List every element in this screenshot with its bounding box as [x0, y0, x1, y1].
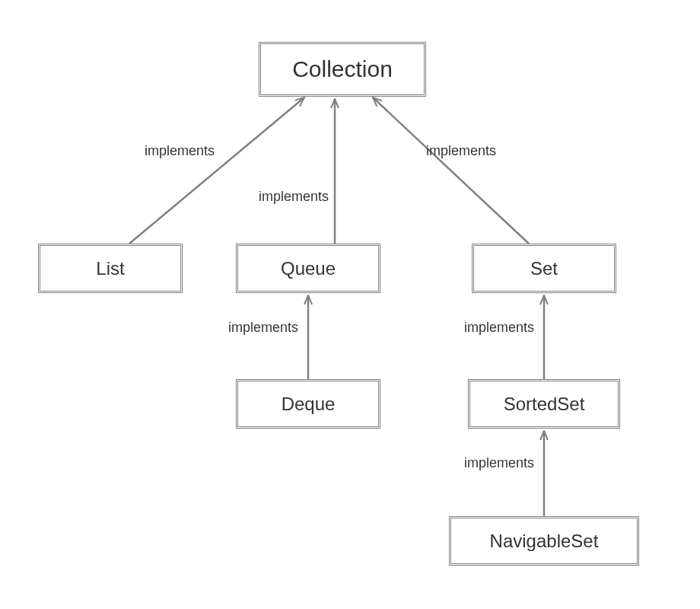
node-set: Set [472, 244, 616, 293]
node-label: Collection [292, 56, 393, 82]
node-label: Deque [282, 394, 336, 415]
edge-label-deque-queue: implements [228, 320, 298, 336]
node-label: SortedSet [504, 394, 585, 415]
edge-label-queue-collection: implements [259, 189, 329, 205]
node-navigableset: NavigableSet [449, 516, 639, 566]
node-deque: Deque [236, 379, 380, 429]
svg-line-2 [373, 97, 529, 244]
node-label: Set [530, 258, 558, 279]
node-label: Queue [281, 258, 336, 279]
edge-label-sortedset-set: implements [464, 320, 534, 336]
edge-label-navigableset-sortedset: implements [464, 455, 534, 471]
edge-label-list-collection: implements [145, 143, 215, 159]
node-label: NavigableSet [490, 531, 599, 552]
node-collection: Collection [259, 42, 426, 97]
svg-line-0 [129, 97, 304, 244]
node-label: List [96, 258, 124, 279]
node-list: List [38, 244, 183, 293]
node-queue: Queue [236, 244, 380, 293]
edge-label-set-collection: implements [426, 143, 496, 159]
node-sortedset: SortedSet [468, 379, 620, 429]
